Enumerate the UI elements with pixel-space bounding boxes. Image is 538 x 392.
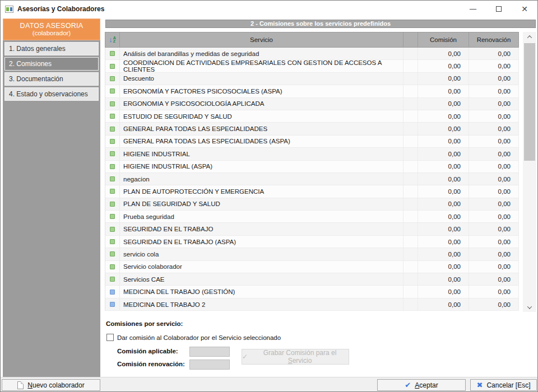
empty-cell	[404, 223, 418, 235]
table-row[interactable]: GENERAL PARA TODAS LAS ESPECIALIDADES0,0…	[105, 123, 519, 135]
service-green-square-icon	[110, 214, 115, 219]
aceptar-button[interactable]: ✔ Aceptar	[377, 379, 466, 391]
scroll-down-button[interactable]	[523, 302, 536, 312]
table-row[interactable]: Descuento0,000,00	[105, 73, 519, 85]
table-row[interactable]: Servicio colaborador0,000,00	[105, 261, 519, 273]
table-row[interactable]: ESTUDIO DE SEGURIDAD Y SALUD0,000,00	[105, 110, 519, 123]
empty-cell	[404, 198, 418, 210]
minimize-button[interactable]: —	[460, 1, 486, 17]
renovacion-value-cell: 0,00	[469, 273, 519, 285]
service-type-icon-cell	[105, 261, 120, 273]
renovacion-value-cell: 0,00	[469, 161, 519, 172]
sort-header-cell[interactable]: ↓ A Z	[105, 32, 120, 47]
comision-aplicable-label: Comisión aplicable:	[117, 348, 178, 354]
empty-cell	[404, 248, 418, 260]
scroll-up-button[interactable]	[523, 32, 536, 41]
service-green-square-icon	[110, 189, 115, 194]
service-table-body: Análisis del barandillas y medidas de se…	[105, 48, 519, 311]
comision-renovacion-input[interactable]	[189, 360, 230, 370]
cross-icon: ✖	[477, 381, 483, 389]
table-row[interactable]: SEGURIDAD EN EL TRABAJO0,000,00	[105, 223, 519, 235]
column-header-servicio[interactable]: Servicio	[120, 32, 404, 47]
renovacion-value-cell: 0,00	[469, 85, 519, 97]
service-name-cell: SEGURIDAD EN EL TRABAJO	[120, 223, 404, 235]
comision-value-cell: 0,00	[418, 223, 469, 235]
empty-cell	[404, 298, 418, 310]
dar-comision-checkbox[interactable]	[106, 334, 114, 341]
service-type-icon-cell	[105, 123, 120, 134]
column-header-renovacion[interactable]: Renovación	[469, 32, 519, 47]
renovacion-value-cell: 0,00	[469, 261, 519, 273]
renovacion-value-cell: 0,00	[469, 198, 519, 210]
renovacion-value-cell: 0,00	[469, 173, 519, 185]
sidebar-header-line2: (colaborador)	[4, 30, 99, 36]
table-row[interactable]: Prueba seguridad0,000,00	[105, 211, 519, 223]
service-green-square-icon	[110, 88, 115, 94]
service-name-cell: Análisis del barandillas y medidas de se…	[120, 48, 404, 59]
column-header-empty[interactable]	[404, 32, 418, 47]
service-type-icon-cell	[105, 60, 120, 72]
comision-aplicable-input[interactable]	[189, 347, 230, 357]
maximize-button[interactable]	[486, 1, 512, 17]
renovacion-value-cell: 0,00	[469, 211, 519, 222]
table-row[interactable]: MEDICINA DEL TRABAJO (GESTIÓN)0,000,00	[105, 286, 519, 298]
service-type-icon-cell	[105, 136, 120, 147]
table-row[interactable]: servicio cola0,000,00	[105, 248, 519, 260]
service-green-square-icon	[110, 76, 115, 81]
cancelar-label: Cancelar [Esc]	[486, 381, 530, 389]
renovacion-value-cell: 0,00	[469, 98, 519, 110]
dar-comision-label: Dar comisión al Colaborador por el Servi…	[117, 334, 281, 341]
empty-cell	[404, 211, 418, 222]
comision-renovacion-label: Comisión renovación:	[117, 361, 185, 367]
vertical-scrollbar[interactable]	[523, 32, 536, 312]
empty-cell	[404, 286, 418, 297]
service-type-icon-cell	[105, 223, 120, 235]
sidebar-item-documentacion[interactable]: 3. Documentación	[4, 72, 99, 86]
table-row[interactable]: SEGURIDAD EN EL TRABAJO (ASPA)0,000,00	[105, 236, 519, 248]
sidebar-item-estado-observaciones[interactable]: 4. Estado y observaciones	[4, 87, 99, 101]
cancelar-button[interactable]: ✖ Cancelar [Esc]	[470, 379, 537, 391]
nuevo-colaborador-label: Nuevo colaborador	[27, 381, 84, 389]
column-header-comision[interactable]: Comisión	[418, 32, 469, 47]
table-row[interactable]: Servicios CAE0,000,00	[105, 273, 519, 286]
window-title: Asesorías y Colaboradores	[17, 5, 104, 13]
service-blue-square-icon	[110, 290, 115, 295]
service-type-icon-cell	[105, 286, 120, 297]
table-row[interactable]: GENERAL PARA TODAS LAS ESPECIALIDADES (A…	[105, 136, 519, 148]
table-row[interactable]: PLAN DE AUTOPROTECCIÓN Y EMERGENCIA0,000…	[105, 185, 519, 198]
service-green-square-icon	[110, 202, 115, 207]
scrollbar-thumb[interactable]	[524, 43, 535, 161]
grabar-comision-button[interactable]: ✓ Grabar Comisión para el Servicio	[242, 349, 349, 365]
service-name-cell: PLAN DE AUTOPROTECCIÓN Y EMERGENCIA	[120, 185, 404, 197]
service-type-icon-cell	[105, 198, 120, 210]
table-row[interactable]: PLAN DE SEGURIDAD Y SALUD0,000,00	[105, 198, 519, 211]
table-row[interactable]: Análisis del barandillas y medidas de se…	[105, 48, 519, 60]
service-name-cell: Descuento	[120, 73, 404, 85]
close-button[interactable]: ✕	[512, 1, 537, 17]
service-green-square-icon	[110, 139, 115, 144]
empty-cell	[404, 85, 418, 97]
service-type-icon-cell	[105, 298, 120, 310]
nuevo-colaborador-button[interactable]: Nuevo colaborador	[2, 379, 100, 391]
sidebar-item-comisiones[interactable]: 2. Comisiones	[4, 57, 99, 71]
comision-value-cell: 0,00	[418, 173, 469, 185]
sidebar-item-datos-generales[interactable]: 1. Datos generales	[4, 42, 99, 55]
scrollbar-track[interactable]	[523, 41, 536, 302]
table-row[interactable]: HIGIENE INDUSTRIAL (ASPA)0,000,00	[105, 161, 519, 173]
service-type-icon-cell	[105, 236, 120, 248]
table-row[interactable]: MEDICINA DEL TRABAJO 20,000,00	[105, 298, 519, 311]
empty-cell	[404, 261, 418, 273]
table-row[interactable]: COORDINACION DE ACTIVIDADES EMPRESARIALE…	[105, 60, 519, 72]
section-header-bar: 2 - Comisiones sobre los servicios prede…	[105, 20, 536, 28]
aceptar-label: Aceptar	[415, 381, 438, 389]
table-header-row: ↓ A Z Servicio Comisión Renovación	[105, 32, 519, 48]
service-type-icon-cell	[105, 185, 120, 197]
empty-cell	[404, 48, 418, 59]
table-row[interactable]: ERGONOMIA Y PSICOSOCIOLOGÍA APLICADA0,00…	[105, 98, 519, 110]
empty-cell	[404, 161, 418, 172]
renovacion-value-cell: 0,00	[469, 298, 519, 310]
table-row[interactable]: negacion0,000,00	[105, 173, 519, 185]
table-row[interactable]: ERGONOMÍA Y FACTORES PSICOSOCIALES (ASPA…	[105, 85, 519, 97]
titlebar: Asesorías y Colaboradores — ✕	[1, 1, 537, 17]
table-row[interactable]: HIGIENE INDUSTRIAL0,000,00	[105, 148, 519, 160]
